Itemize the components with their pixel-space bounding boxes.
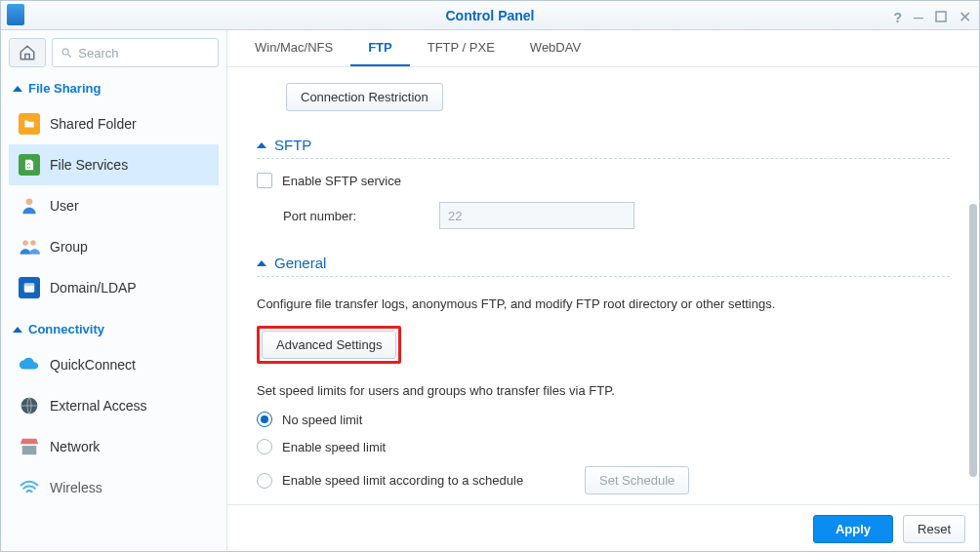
- set-schedule-button[interactable]: Set Schedule: [585, 466, 689, 494]
- titlebar: Control Panel ? – ✕: [1, 1, 979, 30]
- radio-enable-speed-limit[interactable]: [257, 439, 272, 454]
- enable-sftp-label: Enable SFTP service: [282, 174, 401, 188]
- external-access-icon: [19, 395, 40, 416]
- connection-restriction-button[interactable]: Connection Restriction: [286, 83, 443, 111]
- section-general[interactable]: General: [257, 255, 950, 277]
- sidebar-item-shared-folder[interactable]: Shared Folder: [9, 103, 219, 144]
- svg-rect-7: [24, 283, 35, 286]
- highlight-advanced-settings: Advanced Settings: [257, 326, 401, 364]
- port-input[interactable]: [439, 202, 634, 229]
- chevron-up-icon: [257, 260, 266, 266]
- svg-line-2: [68, 55, 71, 58]
- chevron-up-icon: [13, 86, 22, 92]
- apply-button[interactable]: Apply: [813, 515, 893, 543]
- general-description: Configure file transfer logs, anonymous …: [257, 295, 950, 314]
- sidebar-item-group[interactable]: Group: [9, 226, 219, 267]
- close-button[interactable]: ✕: [959, 8, 971, 26]
- port-label: Port number:: [283, 209, 429, 223]
- sidebar-item-file-services[interactable]: File Services: [9, 144, 219, 185]
- speed-description: Set speed limits for users and groups wh…: [257, 381, 950, 401]
- section-file-sharing[interactable]: File Sharing: [9, 77, 219, 103]
- svg-point-1: [62, 49, 68, 55]
- sidebar-item-quickconnect[interactable]: QuickConnect: [9, 344, 219, 385]
- radio-speed-limit-schedule[interactable]: [257, 473, 272, 489]
- search-icon: [61, 46, 72, 59]
- sidebar-item-network[interactable]: Network: [9, 426, 219, 467]
- sidebar-item-wireless[interactable]: Wireless: [9, 467, 219, 508]
- tab-ftp[interactable]: FTP: [350, 30, 410, 66]
- svg-rect-0: [936, 12, 946, 21]
- svg-point-3: [26, 199, 33, 206]
- section-sftp[interactable]: SFTP: [257, 137, 950, 159]
- file-services-icon: [19, 154, 40, 176]
- section-connectivity[interactable]: Connectivity: [9, 318, 219, 344]
- advanced-settings-button[interactable]: Advanced Settings: [262, 331, 396, 359]
- user-icon: [19, 195, 40, 217]
- home-button[interactable]: [9, 38, 46, 67]
- help-icon[interactable]: ?: [893, 10, 902, 25]
- search-input[interactable]: [78, 46, 210, 60]
- maximize-button[interactable]: [935, 10, 947, 25]
- tab-webdav[interactable]: WebDAV: [512, 30, 598, 66]
- sidebar: File Sharing Shared Folder File Services…: [1, 30, 227, 552]
- sidebar-item-user[interactable]: User: [9, 185, 219, 226]
- tab-win-mac-nfs[interactable]: Win/Mac/NFS: [237, 30, 350, 66]
- footer: Apply Reset: [227, 504, 979, 552]
- wireless-icon: [19, 477, 40, 498]
- chevron-up-icon: [13, 327, 22, 333]
- shared-folder-icon: [19, 113, 40, 135]
- network-icon: [19, 436, 40, 457]
- sidebar-item-domain-ldap[interactable]: Domain/LDAP: [9, 267, 219, 308]
- enable-sftp-checkbox[interactable]: [257, 173, 272, 188]
- tab-tftp-pxe[interactable]: TFTP / PXE: [410, 30, 512, 66]
- svg-rect-9: [22, 446, 37, 454]
- window-title: Control Panel: [445, 8, 534, 23]
- tabs: Win/Mac/NFS FTP TFTP / PXE WebDAV: [227, 30, 979, 67]
- chevron-up-icon: [257, 142, 266, 148]
- radio-no-speed-limit[interactable]: [257, 412, 272, 427]
- scrollbar[interactable]: [969, 67, 977, 504]
- domain-ldap-icon: [19, 277, 40, 298]
- titlebar-app-icon: [7, 4, 24, 25]
- quickconnect-icon: [19, 354, 40, 375]
- search-box[interactable]: [52, 38, 219, 67]
- group-icon: [19, 236, 40, 257]
- scrollbar-thumb[interactable]: [969, 204, 977, 477]
- reset-button[interactable]: Reset: [903, 515, 965, 543]
- minimize-button[interactable]: –: [914, 7, 923, 27]
- home-icon: [19, 44, 36, 61]
- svg-point-4: [22, 240, 28, 246]
- svg-point-5: [30, 240, 36, 246]
- sidebar-item-external-access[interactable]: External Access: [9, 385, 219, 426]
